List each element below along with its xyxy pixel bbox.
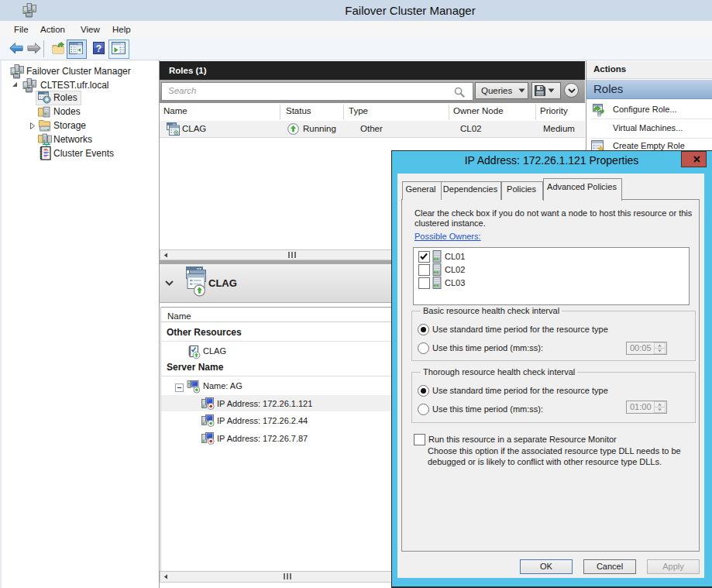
- svg-text:?: ?: [96, 43, 101, 54]
